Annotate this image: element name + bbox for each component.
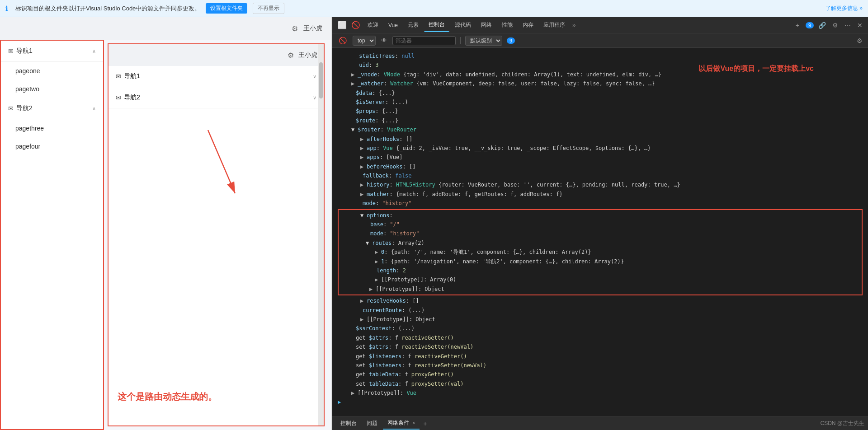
- code-value: Vue: [383, 144, 396, 153]
- devtools-settings-button[interactable]: ⚙: [830, 20, 840, 31]
- settings-icon-button[interactable]: ⚙: [292, 24, 298, 33]
- bottom-tab-network-conditions[interactable]: 网络条件 ×: [383, 417, 420, 430]
- nav-child-pagethree[interactable]: pagethree: [1, 119, 103, 137]
- expand-icon[interactable]: ▶: [360, 162, 365, 171]
- bottom-tab-close-btn[interactable]: ×: [412, 421, 415, 425]
- code-key: $attrs: [369, 333, 388, 342]
- eye-icon-button[interactable]: 👁: [378, 36, 390, 45]
- tab-network[interactable]: 网络: [476, 19, 496, 32]
- code-key: tableData: [369, 370, 398, 379]
- more-options-button[interactable]: ⋯: [843, 20, 853, 31]
- code-value: 3: [375, 61, 378, 70]
- inspect-icon-button[interactable]: ⬜: [336, 19, 349, 31]
- code-value: false: [395, 171, 411, 180]
- nav1-parent[interactable]: ✉ 导航1 ∧: [1, 41, 103, 62]
- nav1-arrow: ∧: [92, 48, 96, 54]
- code-key: _watcher: [358, 79, 384, 88]
- cursor-icon-button[interactable]: 🚫: [349, 19, 362, 31]
- console-settings-button[interactable]: ⚙: [855, 35, 864, 46]
- expand-icon[interactable]: ▶: [360, 296, 365, 305]
- devtools-panel: ⬜ 🚫 欢迎 Vue 元素 控制台 源代码 网络 性能: [332, 17, 868, 430]
- expand-icon[interactable]: ▶: [351, 79, 356, 88]
- bottom-expand-arrow[interactable]: ▶: [338, 397, 341, 407]
- code-value: [[Prototype]]: Array(0): [381, 275, 456, 284]
- tab-welcome[interactable]: 欢迎: [363, 19, 383, 32]
- tab-application[interactable]: 应用程序: [539, 19, 570, 32]
- tab-elements[interactable]: 元素: [403, 19, 423, 32]
- expand-icon[interactable]: ▶: [375, 248, 379, 257]
- expand-icon[interactable]: ▶: [360, 153, 365, 162]
- set-root-button[interactable]: 设置根文件夹: [206, 3, 247, 14]
- bottom-tab-console[interactable]: 控制台: [336, 418, 361, 429]
- nav-child-pageone[interactable]: pageone: [1, 62, 103, 80]
- share-icon-button[interactable]: 🔗: [816, 20, 828, 31]
- expand-icon[interactable]: ▶: [375, 275, 379, 284]
- more-tabs-button[interactable]: »: [572, 22, 576, 28]
- nav2-parent[interactable]: ✉ 导航2 ∧: [1, 98, 103, 119]
- code-line: ▼ routes: Array(2): [340, 238, 860, 248]
- sub-nav-header: ⚙ 王小虎: [108, 44, 324, 66]
- notification-badge: 9: [806, 22, 814, 28]
- no-display-button[interactable]: 不再显示: [253, 3, 284, 14]
- pageone-label: pageone: [15, 67, 40, 75]
- options-highlight-box: ▼ options: base: "/" mode: "history" ▼ r…: [338, 209, 863, 296]
- expand-icon[interactable]: ▼: [360, 211, 365, 220]
- tab-console-label: 控制台: [429, 21, 445, 28]
- user-name-label: 王小虎: [303, 24, 322, 33]
- close-devtools-button[interactable]: ✕: [855, 20, 864, 31]
- code-key: history: [367, 180, 390, 189]
- filter-input[interactable]: [392, 36, 456, 45]
- code-value: (...): [398, 324, 415, 333]
- expand-icon[interactable]: ▶: [375, 257, 379, 266]
- add-bottom-tab-button[interactable]: +: [420, 419, 429, 428]
- expand-icon[interactable]: ▶: [351, 70, 356, 79]
- expand-icon[interactable]: ▶: [360, 180, 365, 189]
- top-context-select[interactable]: top: [353, 36, 376, 46]
- expand-icon[interactable]: ▶: [360, 144, 365, 153]
- nav-child-pagetwo[interactable]: pagetwo: [1, 80, 103, 98]
- learn-more-link[interactable]: 了解更多信息 »: [826, 5, 863, 12]
- code-value: (...): [408, 306, 425, 315]
- bottom-tab-issues[interactable]: 问题: [362, 418, 382, 429]
- nav-child-pagefour[interactable]: pagefour: [1, 137, 103, 155]
- tab-memory[interactable]: 内存: [518, 19, 538, 32]
- add-tab-button[interactable]: +: [794, 20, 801, 31]
- code-value: {match: f, addRoute: f, getRoutes: f, ad…: [396, 190, 562, 199]
- tab-vue[interactable]: Vue: [384, 19, 402, 31]
- scrollbar[interactable]: [318, 44, 324, 425]
- expand-icon[interactable]: ▶: [360, 315, 365, 324]
- log-level-select[interactable]: 默认级别: [465, 36, 502, 46]
- code-key: 0: [381, 248, 384, 257]
- sub-settings-icon[interactable]: ⚙: [288, 51, 294, 60]
- app-inner: ✉ 导航1 ∧ pageone pagetwo ✉ 导航2 ∧ pageth: [0, 40, 331, 430]
- code-line: ▶ [[Prototype]]: Vue: [338, 388, 863, 397]
- app-right-content: ⚙ 王小虎 ✉ 导航1 ∨ ✉ 导航2 ∨: [104, 40, 331, 430]
- code-key: afterHooks: [367, 135, 399, 144]
- code-key: $data: [356, 89, 372, 98]
- code-line: ▼ $router: VueRouter: [338, 125, 863, 134]
- code-line: $ssrContext: (...): [338, 324, 863, 333]
- sub-nav2-item[interactable]: ✉ 导航2 ∨: [108, 87, 324, 108]
- expand-icon[interactable]: ▶: [360, 190, 365, 199]
- tab-sources[interactable]: 源代码: [450, 19, 476, 32]
- sub-nav1-item[interactable]: ✉ 导航1 ∨: [108, 66, 324, 87]
- nav-sidebar: ✉ 导航1 ∧ pageone pagetwo ✉ 导航2 ∧ pageth: [0, 40, 104, 430]
- code-key: options: [367, 211, 390, 220]
- expand-icon[interactable]: ▼: [366, 238, 370, 248]
- expand-icon[interactable]: ▼: [351, 125, 356, 134]
- app-top-header: ⚙ 王小虎: [0, 17, 331, 40]
- expand-icon[interactable]: ▶: [369, 285, 374, 294]
- nav2-label: 导航2: [16, 104, 33, 112]
- expand-icon[interactable]: ▶: [351, 388, 356, 397]
- bottom-console-label: 控制台: [340, 420, 357, 426]
- tab-performance[interactable]: 性能: [497, 19, 517, 32]
- code-line: $props: {...}: [338, 107, 863, 116]
- clear-console-button[interactable]: 🚫: [336, 36, 350, 46]
- code-value: [[Prototype]]:: [358, 388, 406, 397]
- code-key: routes: [372, 238, 392, 248]
- tab-console[interactable]: 控制台: [424, 18, 449, 32]
- expand-icon[interactable]: ▶: [360, 135, 365, 144]
- code-line: $isServer: (...): [338, 98, 863, 107]
- code-value: set: [356, 342, 369, 351]
- pagethree-label: pagethree: [15, 125, 44, 132]
